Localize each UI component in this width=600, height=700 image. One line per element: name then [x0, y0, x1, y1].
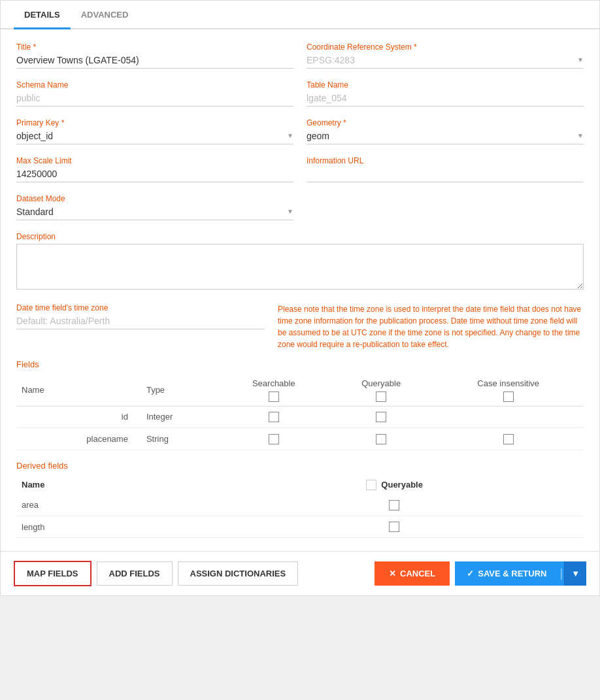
- row-title-crs: Title * Overview Towns (LGATE-054) Coord…: [16, 42, 584, 69]
- queryable-header-label: Queryable: [335, 378, 427, 388]
- field-crs: Coordinate Reference System * EPSG:4283 …: [307, 42, 584, 69]
- row-scale-url: Max Scale Limit 14250000 Information URL: [16, 156, 584, 182]
- searchable-header-label: Searchable: [224, 378, 324, 388]
- pk-label: Primary Key *: [16, 118, 293, 127]
- form-body: Title * Overview Towns (LGATE-054) Coord…: [1, 29, 599, 551]
- crs-label: Coordinate Reference System *: [307, 42, 584, 52]
- derived-queryable-header-checkbox[interactable]: [366, 480, 376, 490]
- field-description: Description: [16, 232, 584, 292]
- tz-label: Date time field's time zone: [16, 303, 265, 312]
- row-timezone: Date time field's time zone Default: Aus…: [16, 303, 584, 350]
- col-queryable-header: Queryable: [329, 375, 433, 406]
- field-dataset-mode: Dataset Mode Standard ▼: [16, 194, 293, 220]
- title-label: Title *: [16, 42, 293, 52]
- tz-value[interactable]: Default: Australia/Perth: [16, 315, 265, 329]
- crs-value[interactable]: EPSG:4283 ▼: [307, 54, 584, 69]
- case-insensitive-header-checkbox[interactable]: [503, 392, 514, 402]
- tab-bar: DETAILS ADVANCED: [1, 1, 599, 29]
- title-value[interactable]: Overview Towns (LGATE-054): [16, 54, 293, 69]
- assign-dictionaries-button[interactable]: ASSIGN DICTIONARIES: [178, 561, 299, 586]
- derived-col-name-header: Name: [16, 476, 205, 495]
- schema-value[interactable]: public: [16, 92, 293, 107]
- fields-section-label: Fields: [16, 359, 584, 369]
- row1-queryable-checkbox[interactable]: [376, 412, 386, 422]
- row1-queryable: [329, 406, 433, 428]
- row-schema-table: Schema Name public Table Name lgate_054: [16, 80, 584, 107]
- derived-row2-queryable: [205, 516, 584, 538]
- row1-searchable-checkbox[interactable]: [269, 412, 279, 422]
- row1-name: id: [16, 406, 141, 428]
- geometry-text: geom: [307, 131, 329, 141]
- row2-type: String: [141, 428, 218, 450]
- derived-row1-queryable-checkbox[interactable]: [389, 500, 399, 510]
- main-container: DETAILS ADVANCED Title * Overview Towns …: [0, 0, 600, 596]
- tz-left-col: Date time field's time zone Default: Aus…: [16, 303, 265, 329]
- field-info-url: Information URL: [307, 156, 584, 182]
- derived-row1-name: area: [16, 494, 205, 516]
- pk-value[interactable]: object_id ▼: [16, 130, 293, 144]
- field-geometry: Geometry * geom ▼: [307, 118, 584, 144]
- description-label: Description: [16, 232, 584, 241]
- info-url-label: Information URL: [307, 156, 584, 165]
- derived-row2-queryable-checkbox[interactable]: [389, 522, 399, 532]
- dataset-mode-dropdown-arrow: ▼: [287, 208, 293, 215]
- table-value[interactable]: lgate_054: [307, 92, 584, 107]
- tab-advanced[interactable]: ADVANCED: [71, 1, 139, 29]
- cancel-button[interactable]: ✕ CANCEL: [375, 561, 450, 586]
- tab-details[interactable]: DETAILS: [14, 1, 71, 29]
- geometry-dropdown-arrow: ▼: [577, 132, 584, 139]
- dataset-mode-text: Standard: [16, 207, 54, 217]
- row2-searchable-checkbox[interactable]: [269, 434, 279, 444]
- row1-case-insensitive: [433, 406, 584, 428]
- queryable-header-checkbox[interactable]: [376, 392, 386, 402]
- crs-text: EPSG:4283: [307, 55, 355, 65]
- field-empty: [307, 194, 584, 220]
- derived-col-queryable-header: Queryable: [205, 476, 584, 495]
- row2-queryable-checkbox[interactable]: [376, 434, 386, 444]
- row-dataset-mode: Dataset Mode Standard ▼: [16, 194, 584, 220]
- geometry-value[interactable]: geom ▼: [307, 130, 584, 144]
- crs-dropdown-arrow: ▼: [577, 56, 584, 63]
- row-description: Description: [16, 232, 584, 292]
- derived-row: length: [16, 516, 584, 538]
- save-divider: |: [558, 561, 564, 586]
- row2-searchable: [218, 428, 329, 450]
- map-fields-button[interactable]: MAP FIELDS: [14, 561, 92, 586]
- row2-case-insensitive-checkbox[interactable]: [503, 434, 514, 444]
- row1-type: Integer: [141, 406, 218, 428]
- col-case-insensitive-header: Case insensitive: [433, 375, 584, 406]
- cancel-icon: ✕: [389, 569, 396, 578]
- schema-label: Schema Name: [16, 80, 293, 90]
- description-textarea[interactable]: [16, 244, 584, 290]
- save-return-group: ✓ SAVE & RETURN | ▼: [455, 561, 586, 586]
- pk-dropdown-arrow: ▼: [287, 132, 293, 139]
- row-pk-geom: Primary Key * object_id ▼ Geometry * geo…: [16, 118, 584, 144]
- field-max-scale: Max Scale Limit 14250000: [16, 156, 293, 182]
- col-type-header: Type: [141, 375, 218, 406]
- dataset-mode-label: Dataset Mode: [16, 194, 293, 203]
- derived-queryable-label: Queryable: [381, 480, 423, 490]
- save-return-button[interactable]: ✓ SAVE & RETURN: [455, 561, 558, 586]
- info-url-value[interactable]: [307, 168, 584, 182]
- field-schema: Schema Name public: [16, 80, 293, 107]
- save-return-dropdown-button[interactable]: ▼: [564, 561, 586, 586]
- add-fields-button[interactable]: ADD FIELDS: [97, 561, 173, 586]
- field-table: Table Name lgate_054: [307, 80, 584, 107]
- case-insensitive-header-label: Case insensitive: [438, 378, 578, 388]
- derived-fields-table: Name Queryable area length: [16, 476, 584, 539]
- col-name-header: Name: [16, 375, 141, 406]
- tz-note: Please note that the time zone is used t…: [278, 303, 584, 350]
- field-title: Title * Overview Towns (LGATE-054): [16, 42, 293, 69]
- max-scale-label: Max Scale Limit: [16, 156, 293, 165]
- col-searchable-header: Searchable: [218, 375, 329, 406]
- row2-name: placename: [16, 428, 141, 450]
- max-scale-value[interactable]: 14250000: [16, 168, 293, 182]
- row2-queryable: [329, 428, 433, 450]
- row1-searchable: [218, 406, 329, 428]
- tz-right-col: Please note that the time zone is used t…: [278, 303, 584, 350]
- derived-row2-name: length: [16, 516, 205, 538]
- searchable-header-checkbox[interactable]: [269, 392, 279, 402]
- field-pk: Primary Key * object_id ▼: [16, 118, 293, 144]
- derived-fields-label: Derived fields: [16, 461, 584, 471]
- dataset-mode-value[interactable]: Standard ▼: [16, 206, 293, 220]
